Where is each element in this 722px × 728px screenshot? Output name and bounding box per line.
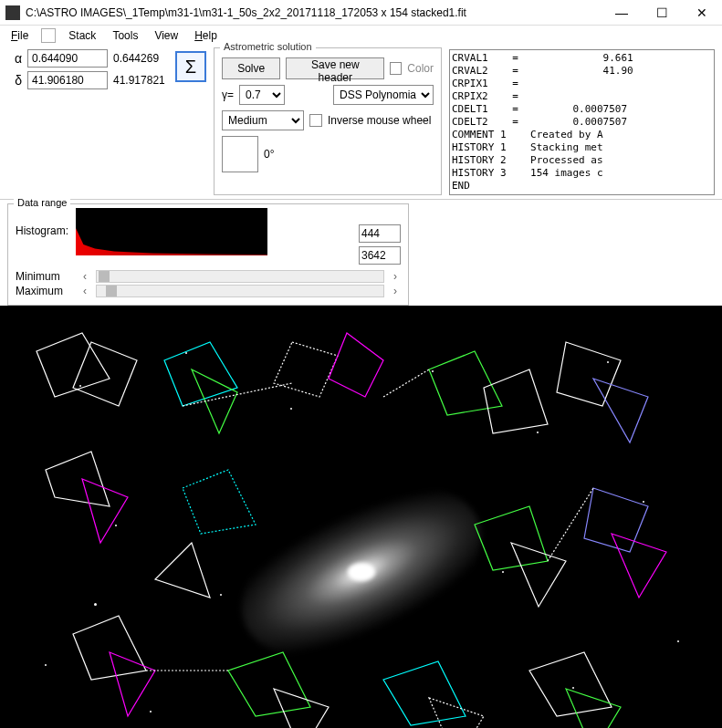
menu-tools[interactable]: Tools: [105, 27, 145, 44]
svg-marker-8: [557, 342, 621, 406]
window-title: C:\ASTRO IMAGES\_1Temp\m31-1\m31-1_50s_2…: [26, 6, 602, 19]
inverse-wheel-label: Inverse mouse wheel: [328, 114, 431, 127]
menu-help[interactable]: Help: [187, 27, 225, 44]
menu-view[interactable]: View: [147, 27, 185, 44]
maximize-button[interactable]: ☐: [642, 0, 682, 26]
max-value-input[interactable]: [359, 246, 401, 265]
svg-marker-4: [274, 342, 338, 397]
delta-value: 41.917821: [113, 74, 168, 87]
svg-marker-7: [484, 369, 548, 433]
svg-marker-1: [73, 342, 137, 406]
titlebar: C:\ASTRO IMAGES\_1Temp\m31-1\m31-1_50s_2…: [0, 0, 722, 26]
svg-marker-5: [329, 333, 383, 397]
svg-line-27: [383, 369, 429, 397]
svg-marker-17: [612, 534, 666, 598]
image-display[interactable]: [0, 306, 722, 728]
gamma-select[interactable]: 0.7: [239, 85, 285, 105]
svg-marker-22: [383, 661, 466, 725]
menubar: File Stack Tools View Help: [0, 26, 722, 46]
toolbar: α 0.644269 δ 41.917821 Σ Astrometric sol…: [0, 46, 722, 200]
rotation-preview: [222, 136, 258, 172]
svg-marker-20: [228, 652, 310, 716]
svg-marker-14: [475, 506, 548, 570]
save-header-button[interactable]: Save new header: [286, 57, 384, 79]
delta-input[interactable]: [27, 71, 108, 89]
max-left-chevron-icon[interactable]: ‹: [79, 285, 90, 297]
datarange-group: Data range Histogram: Minimum ‹ › Maximu…: [7, 203, 409, 306]
astrometric-group: Astrometric solution Solve Save new head…: [214, 47, 442, 195]
close-button[interactable]: ✕: [682, 0, 722, 26]
svg-marker-9: [593, 379, 648, 442]
minimize-button[interactable]: —: [602, 0, 642, 26]
quality-select[interactable]: Medium: [222, 110, 304, 130]
astro-legend: Astrometric solution: [220, 41, 316, 52]
svg-marker-11: [82, 479, 128, 543]
toolbar-icon[interactable]: [41, 28, 56, 43]
maximum-label: Maximum: [16, 285, 74, 297]
svg-marker-10: [46, 452, 110, 506]
maximum-slider[interactable]: [96, 285, 384, 297]
color-checkbox[interactable]: [390, 62, 402, 75]
sigma-button[interactable]: Σ: [175, 51, 206, 82]
alpha-input[interactable]: [27, 49, 108, 68]
max-right-chevron-icon[interactable]: ›: [390, 285, 401, 297]
fit-type-select[interactable]: DSS Polynomial: [333, 85, 434, 105]
coords-group: α 0.644269 δ 41.917821: [7, 49, 168, 195]
alpha-value: 0.644269: [113, 52, 168, 65]
svg-marker-25: [566, 689, 621, 728]
svg-marker-24: [529, 652, 612, 716]
gamma-label: γ=: [222, 88, 234, 101]
delta-label: δ: [7, 73, 22, 88]
alpha-label: α: [7, 51, 22, 66]
svg-marker-13: [155, 543, 210, 598]
minimum-label: Minimum: [16, 270, 74, 283]
min-left-chevron-icon[interactable]: ‹: [79, 270, 90, 283]
svg-marker-23: [429, 698, 484, 728]
min-value-input[interactable]: [359, 224, 401, 243]
menu-stack[interactable]: Stack: [61, 27, 103, 44]
app-icon: [5, 5, 20, 20]
minimum-slider[interactable]: [96, 270, 384, 283]
histogram-label: Histogram:: [16, 224, 68, 237]
svg-marker-18: [73, 616, 146, 680]
svg-marker-19: [110, 652, 155, 716]
color-label: Color: [407, 62, 434, 75]
svg-marker-6: [429, 351, 502, 415]
plate-solve-overlay: [0, 306, 722, 728]
fits-header-panel[interactable]: CRVAL1 = 9.661 CRVAL2 = 41.90 CRPIX1 = C…: [449, 49, 715, 195]
inverse-wheel-checkbox[interactable]: [309, 114, 322, 127]
rotation-label: 0°: [264, 148, 274, 161]
datarange-legend: Data range: [14, 197, 70, 208]
svg-marker-12: [183, 470, 256, 534]
svg-marker-15: [511, 543, 566, 607]
svg-marker-3: [192, 369, 237, 433]
min-right-chevron-icon[interactable]: ›: [390, 270, 401, 283]
menu-file[interactable]: File: [4, 27, 36, 44]
histogram-display: [76, 208, 267, 255]
solve-button[interactable]: Solve: [222, 57, 280, 79]
